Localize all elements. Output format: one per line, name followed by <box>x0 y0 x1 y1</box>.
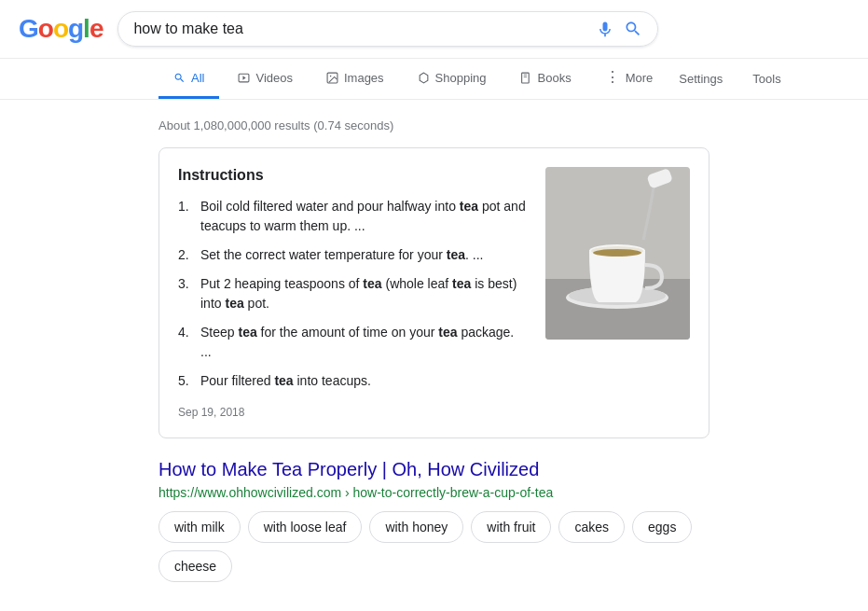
logo-letter-g: G <box>19 14 38 43</box>
pill-with-fruit[interactable]: with fruit <box>471 511 551 543</box>
snippet-date: Sep 19, 2018 <box>178 406 527 419</box>
snippet-image <box>545 167 690 340</box>
snippet-list: 1. Boil cold filtered water and pour hal… <box>178 197 527 391</box>
tab-videos[interactable]: Videos <box>223 60 308 99</box>
video-tab-icon <box>238 72 250 84</box>
tab-images-label: Images <box>344 71 384 85</box>
search-input[interactable] <box>133 21 585 37</box>
search-bar <box>117 11 658 47</box>
logo-container: Google <box>19 14 103 44</box>
main-content: About 1,080,000,000 results (0.74 second… <box>0 100 868 601</box>
books-tab-icon <box>520 72 532 84</box>
list-text-3: Put 2 heaping teaspoons of tea (whole le… <box>200 274 527 313</box>
pill-with-honey[interactable]: with honey <box>369 511 463 543</box>
more-dots-icon: ⋮ <box>605 70 620 85</box>
tab-shopping-label: Shopping <box>435 71 487 85</box>
list-text-1: Boil cold filtered water and pour halfwa… <box>200 197 527 236</box>
shopping-tab-icon <box>418 72 430 84</box>
list-num-1: 1. <box>178 197 193 236</box>
pill-with-loose-leaf[interactable]: with loose leaf <box>248 511 363 543</box>
logo-letter-l: l <box>83 14 90 43</box>
logo-letter-g2: g <box>68 14 83 43</box>
svg-point-13 <box>593 249 641 257</box>
logo-letter-o2: o <box>53 14 68 43</box>
tab-images[interactable]: Images <box>311 60 399 99</box>
list-text-4: Steep tea for the amount of time on your… <box>200 323 527 362</box>
nav-tabs: All Videos Images Shopping Books ⋮ More … <box>0 59 868 100</box>
result-url[interactable]: https://www.ohhowcivilized.com › how-to-… <box>158 485 710 500</box>
tab-all-label: All <box>191 71 204 85</box>
list-num-4: 4. <box>178 323 193 362</box>
pill-cakes[interactable]: cakes <box>558 511 625 543</box>
tab-books-label: Books <box>538 71 572 85</box>
list-item: 4. Steep tea for the amount of time on y… <box>178 323 527 362</box>
search-icons <box>596 20 642 38</box>
svg-point-3 <box>330 75 332 76</box>
mic-icon[interactable] <box>596 20 614 38</box>
pill-with-milk[interactable]: with milk <box>158 511 241 543</box>
search-icon[interactable] <box>624 20 642 38</box>
tab-more[interactable]: ⋮ More <box>590 59 668 99</box>
settings-tools-area: Settings Tools <box>671 61 788 97</box>
result-title[interactable]: How to Make Tea Properly | Oh, How Civil… <box>158 457 710 481</box>
svg-rect-4 <box>521 73 529 83</box>
featured-snippet: Instructions 1. Boil cold filtered water… <box>158 147 710 438</box>
settings-link[interactable]: Settings <box>671 61 730 97</box>
snippet-title: Instructions <box>178 167 527 184</box>
list-item: 3. Put 2 heaping teaspoons of tea (whole… <box>178 274 527 313</box>
tab-videos-label: Videos <box>255 71 293 85</box>
tea-image-svg <box>545 167 690 340</box>
list-item: 5. Pour filtered tea into teacups. <box>178 371 527 391</box>
result-link: How to Make Tea Properly | Oh, How Civil… <box>158 457 710 500</box>
google-logo[interactable]: Google <box>19 14 103 44</box>
pill-eggs[interactable]: eggs <box>632 511 692 543</box>
results-info: About 1,080,000,000 results (0.74 second… <box>158 118 710 132</box>
snippet-content: Instructions 1. Boil cold filtered water… <box>178 167 527 419</box>
pill-cheese[interactable]: cheese <box>158 550 232 582</box>
list-num-3: 3. <box>178 274 193 313</box>
tab-more-label: More <box>626 71 654 85</box>
tab-books[interactable]: Books <box>505 60 586 99</box>
header: Google <box>0 0 868 59</box>
list-text-5: Pour filtered tea into teacups. <box>200 371 371 391</box>
tools-link[interactable]: Tools <box>745 61 788 97</box>
related-pills: with milk with loose leaf with honey wit… <box>158 511 710 582</box>
images-tab-icon <box>326 72 338 84</box>
tab-all[interactable]: All <box>158 60 219 99</box>
list-text-2: Set the correct water temperature for yo… <box>200 245 483 265</box>
search-tab-icon <box>173 72 186 84</box>
logo-letter-e: e <box>90 14 103 43</box>
list-num-2: 2. <box>178 245 193 265</box>
list-num-5: 5. <box>178 371 193 391</box>
logo-letter-o1: o <box>38 14 53 43</box>
tab-shopping[interactable]: Shopping <box>403 60 502 99</box>
list-item: 1. Boil cold filtered water and pour hal… <box>178 197 527 236</box>
list-item: 2. Set the correct water temperature for… <box>178 245 527 265</box>
svg-marker-1 <box>243 76 246 79</box>
